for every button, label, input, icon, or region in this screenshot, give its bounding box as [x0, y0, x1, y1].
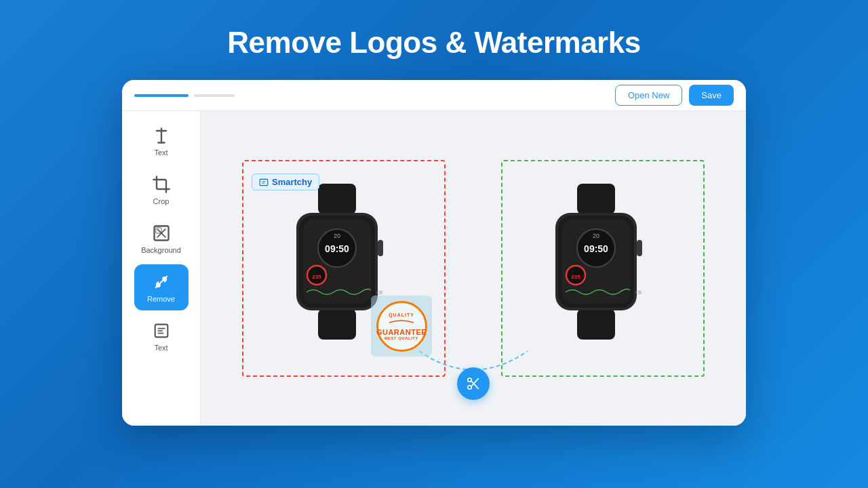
main-canvas: Smartchy — [201, 111, 746, 426]
svg-rect-26 — [577, 184, 615, 214]
sidebar-label-remove: Remove — [147, 295, 175, 303]
stamp-best-text: BEST QUALITY — [384, 336, 418, 340]
stamp-guarantee-text: GUARANTEE — [376, 328, 427, 336]
app-window: Open New Save Text Crop — [122, 80, 746, 426]
svg-text:09:50: 09:50 — [325, 243, 349, 254]
titlebar-tabs — [134, 94, 235, 97]
svg-text:20: 20 — [593, 232, 599, 239]
page-title: Remove Logos & Watermarks — [227, 26, 640, 60]
panels-row: Smartchy — [214, 125, 732, 412]
svg-rect-21 — [378, 240, 383, 256]
svg-rect-10 — [318, 184, 356, 214]
right-panel-wrapper: 09:50 20 235 CE — [501, 160, 705, 377]
sidebar-item-background[interactable]: Background — [134, 216, 189, 262]
svg-rect-27 — [577, 309, 615, 340]
sidebar-item-text-top[interactable]: Text — [134, 118, 189, 164]
svg-text:CE: CE — [376, 290, 383, 295]
sidebar-item-remove[interactable]: Remove — [134, 264, 189, 310]
svg-rect-37 — [637, 240, 642, 256]
sidebar-item-crop[interactable]: Crop — [134, 167, 189, 213]
sidebar-item-text-bottom[interactable]: Text — [134, 313, 189, 359]
titlebar-buttons: Open New Save — [615, 85, 734, 106]
watermark-label[interactable]: Smartchy — [252, 174, 319, 190]
right-watch: 09:50 20 235 CE — [535, 180, 671, 357]
left-panel-wrapper: Smartchy — [242, 160, 446, 377]
sidebar-label-text-bottom: Text — [154, 344, 167, 352]
svg-text:235: 235 — [312, 274, 321, 280]
tab-active[interactable] — [134, 94, 189, 97]
svg-text:235: 235 — [571, 274, 580, 280]
sidebar-label-text-top: Text — [154, 148, 167, 157]
sidebar-label-background: Background — [141, 246, 181, 254]
left-image-panel: Smartchy — [242, 160, 446, 377]
titlebar: Open New Save — [122, 80, 746, 111]
open-new-button[interactable]: Open New — [615, 85, 682, 106]
svg-text:CE: CE — [635, 290, 642, 295]
tab-inactive[interactable] — [194, 94, 235, 97]
svg-text:09:50: 09:50 — [584, 243, 608, 254]
app-body: Text Crop Background — [122, 111, 746, 426]
svg-rect-11 — [318, 309, 356, 340]
watermark-text: Smartchy — [272, 177, 312, 187]
sidebar-label-crop: Crop — [153, 197, 170, 205]
svg-text:20: 20 — [334, 232, 340, 239]
stamp-circle: QUALITY GUARANTEE BEST QUALITY — [376, 301, 427, 352]
stamp-quality-text: QUALITY — [389, 312, 414, 317]
scissors-button[interactable] — [457, 367, 490, 400]
stamp-overlay[interactable]: QUALITY GUARANTEE BEST QUALITY — [371, 296, 432, 357]
sidebar: Text Crop Background — [122, 111, 201, 426]
save-button[interactable]: Save — [689, 85, 734, 106]
svg-rect-9 — [260, 179, 268, 185]
right-image-panel: 09:50 20 235 CE — [501, 160, 705, 377]
